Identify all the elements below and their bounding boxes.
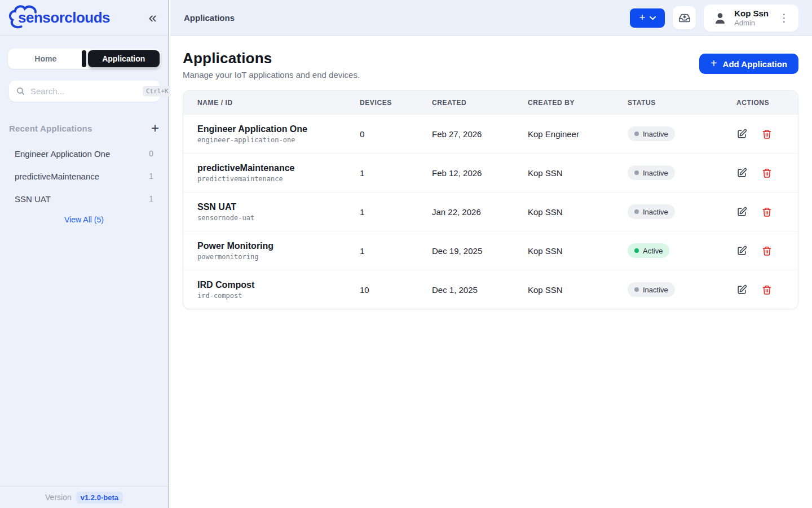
column-created: CREATED [432,99,528,107]
status-badge: Inactive [628,282,675,297]
search-shortcut-badge: Ctrl+K [143,86,172,97]
edit-pencil-icon [736,168,747,178]
inbox-button[interactable] [673,6,696,29]
column-created-by: CREATED BY [528,99,628,107]
search-input[interactable] [30,86,143,96]
application-id: predictivemaintenance [197,175,360,183]
devices-count: 1 [360,207,432,217]
plus-icon: + [710,57,717,70]
application-name: SSN UAT [197,202,360,212]
status-badge: Inactive [628,165,675,180]
trash-icon [762,168,772,178]
recent-applications-title: Recent Applications [9,124,92,133]
application-id: ird-compost [197,292,360,300]
status-label: Active [643,247,663,255]
chevron-down-icon [650,16,656,20]
view-all-link[interactable]: View All (5) [64,215,104,224]
add-application-button[interactable]: + Add Application [699,54,798,74]
trash-icon [762,207,772,217]
table-body: Engineer Application One engineer-applic… [183,114,798,309]
application-name: Power Monitoring [197,241,360,251]
edit-button[interactable] [736,129,747,139]
topbar: Applications + Kop Ssn Admin ⋮ [170,0,812,36]
status-dot-icon [634,209,639,214]
created-by: Kop Engineer [528,129,628,139]
status-badge: Inactive [628,204,675,219]
cloud-icon [8,2,41,30]
recent-application-item[interactable]: Engineer Application One 0 [9,142,159,165]
recent-application-item[interactable]: SSN UAT 1 [9,187,159,210]
user-avatar-icon [713,11,727,25]
created-by: Kop SSN [528,168,628,178]
applications-table: NAME / ID DEVICES CREATED CREATED BY STA… [183,90,798,309]
delete-button[interactable] [762,168,772,178]
recent-application-count: 0 [149,149,153,158]
recent-application-item[interactable]: predictiveMaintenance 1 [9,165,159,187]
sidebar-collapse-button[interactable]: « [149,10,156,25]
page-title: Applications [183,50,360,67]
trash-icon [762,129,772,139]
created-date: Feb 12, 2026 [432,168,528,178]
created-by: Kop SSN [528,207,628,217]
recent-applications-list: Engineer Application One 0 predictiveMai… [9,142,159,210]
add-application-label: Add Application [723,59,787,69]
application-name: predictiveMaintenance [197,163,360,173]
recent-application-name: SSN UAT [15,194,51,204]
breadcrumb: Applications [184,13,235,23]
trash-icon [762,246,772,256]
table-row[interactable]: IRD Compost ird-compost 10 Dec 1, 2025 K… [183,270,798,309]
devices-count: 1 [360,246,432,256]
home-application-toggle: Home Application [8,49,161,69]
user-kebab-menu-button[interactable]: ⋮ [775,11,793,24]
table-row[interactable]: SSN UAT sensornode-uat 1 Jan 22, 2026 Ko… [183,192,798,231]
column-name-id: NAME / ID [197,99,360,107]
search-icon [16,86,25,96]
delete-button[interactable] [762,207,772,217]
status-label: Inactive [643,130,668,138]
version-bar: Version v1.2.0-beta [0,486,168,508]
version-badge: v1.2.0-beta [76,492,123,503]
status-dot-icon [634,170,639,175]
create-dropdown-button[interactable]: + [630,8,665,28]
brand-logo[interactable]: sensorclouds [11,5,110,30]
edit-pencil-icon [736,246,747,256]
add-application-plus-button[interactable]: + [151,121,159,135]
main-content: Applications Manage your IoT application… [170,36,812,508]
edit-button[interactable] [736,207,747,217]
table-row[interactable]: Engineer Application One engineer-applic… [183,114,798,153]
table-header-row: NAME / ID DEVICES CREATED CREATED BY STA… [183,91,798,114]
user-role: Admin [734,19,769,28]
status-dot-icon [634,132,639,136]
sidebar: sensorclouds « Home Application Ctrl+K R… [0,0,169,508]
edit-pencil-icon [736,284,747,295]
application-name: IRD Compost [197,280,360,290]
delete-button[interactable] [762,129,772,139]
application-id: sensornode-uat [197,214,360,222]
status-label: Inactive [643,208,668,216]
search-box[interactable]: Ctrl+K [9,81,160,102]
status-dot-icon [634,248,639,253]
recent-application-count: 1 [149,194,153,203]
edit-pencil-icon [736,129,747,139]
created-date: Jan 22, 2026 [432,207,528,217]
table-row[interactable]: predictiveMaintenance predictivemaintena… [183,153,798,192]
status-badge: Active [628,243,669,258]
plus-icon: + [639,12,646,23]
user-menu[interactable]: Kop Ssn Admin ⋮ [704,5,798,32]
delete-button[interactable] [762,284,772,295]
toggle-indicator-bar [82,50,86,67]
created-date: Dec 1, 2025 [432,285,528,295]
table-row[interactable]: Power Monitoring powermonitoring 1 Dec 1… [183,231,798,270]
edit-button[interactable] [736,284,747,295]
version-label: Version [45,493,72,502]
edit-button[interactable] [736,168,747,178]
devices-count: 1 [360,168,432,178]
created-by: Kop SSN [528,285,628,295]
devices-count: 0 [360,129,432,139]
toggle-home[interactable]: Home [10,50,82,67]
user-name: Kop Ssn [734,8,769,19]
status-label: Inactive [643,169,668,177]
toggle-application[interactable]: Application [88,50,160,67]
edit-button[interactable] [736,246,747,256]
delete-button[interactable] [762,246,772,256]
